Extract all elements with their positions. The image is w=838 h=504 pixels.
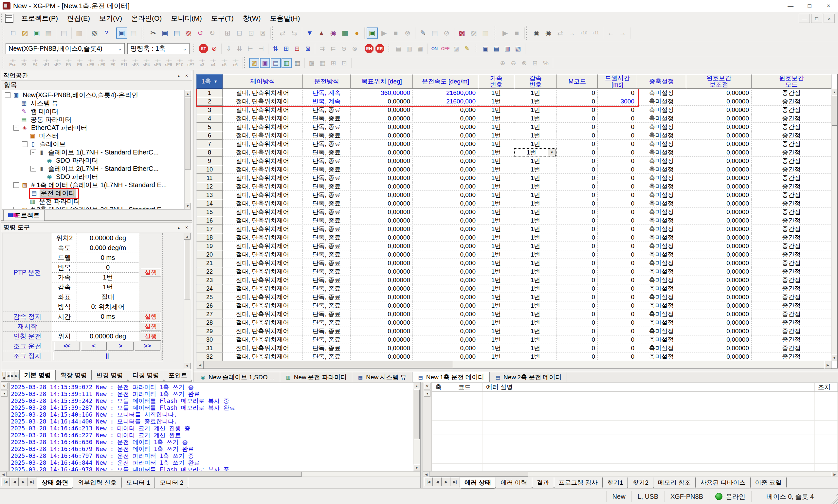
- grid-cell[interactable]: 절대, 단축위치제어: [222, 199, 303, 208]
- grid-cell[interactable]: 0: [557, 293, 598, 302]
- grid-cell[interactable]: 1번: [478, 225, 514, 233]
- grid-cell[interactable]: 축미설정: [637, 302, 686, 310]
- command-tab-4[interactable]: 포인트: [164, 370, 192, 381]
- grid-cell[interactable]: 0: [598, 302, 637, 310]
- grid-cell[interactable]: 0,000: [413, 106, 478, 114]
- grid-cell[interactable]: 중간점: [752, 216, 832, 225]
- menu-item-2[interactable]: 보기(V): [95, 12, 127, 24]
- execute-button[interactable]: 실행: [141, 322, 161, 331]
- grid-cell[interactable]: 0,00000: [686, 191, 752, 199]
- tree-expand-icon[interactable]: −: [14, 125, 19, 130]
- tree-expand-icon[interactable]: −: [22, 141, 28, 147]
- jog-button-3[interactable]: >>: [135, 342, 160, 350]
- grid-cell[interactable]: 축미설정: [637, 319, 686, 327]
- tree-item-axis2-data-folder[interactable]: −▧# 2축 데이터 (슬레이브 2(L7NH - Standard E...: [2, 205, 184, 210]
- grid-cell[interactable]: 절대, 단축위치제어: [222, 250, 303, 259]
- grid-cell[interactable]: 1번: [478, 199, 514, 208]
- grid-cell[interactable]: 0: [557, 233, 598, 242]
- read-from-module-icon[interactable]: ▲: [316, 28, 327, 39]
- paste-icon[interactable]: ▤: [171, 28, 182, 39]
- grid-cell[interactable]: 중간점: [752, 327, 832, 336]
- error-tab-2[interactable]: 결과: [532, 478, 554, 489]
- grid-cell[interactable]: 0: [598, 344, 637, 353]
- grid-cell[interactable]: 0,000: [413, 353, 478, 361]
- grid-cell[interactable]: 1번: [478, 131, 514, 140]
- error-tab-1[interactable]: 에러 이력: [496, 478, 532, 489]
- open-from-plc-icon[interactable]: ▣: [31, 28, 42, 39]
- grid-cell[interactable]: 0: [598, 157, 637, 165]
- row-header-cell[interactable]: 21: [196, 259, 222, 267]
- grid-cell[interactable]: 0: [557, 344, 598, 353]
- grid-cell[interactable]: 0: [598, 148, 637, 157]
- grid-cell[interactable]: 0: [557, 157, 598, 165]
- tab-scroll-last-icon[interactable]: ▶|: [28, 478, 36, 486]
- grid-cell[interactable]: 0,00000: [686, 97, 752, 106]
- grid-cell[interactable]: 축미설정: [637, 344, 686, 353]
- grid-cell[interactable]: 절대, 단축위치제어: [222, 259, 303, 267]
- grid-cell[interactable]: 축미설정: [637, 199, 686, 208]
- scroll-up-icon[interactable]: ▲: [832, 89, 837, 95]
- grid-cell[interactable]: 단독, 종료: [303, 216, 351, 225]
- project-combo[interactable]: New(XGF-PN8B,베이스0,슬롯4) ⌄: [5, 43, 125, 54]
- grid-cell[interactable]: 절대, 단축위치제어: [222, 89, 303, 97]
- menu-item-0[interactable]: 프로젝트(P): [17, 12, 63, 24]
- tree-item-slave-folder[interactable]: −▯슬레이브: [2, 140, 184, 148]
- grid-cell[interactable]: 0: [557, 199, 598, 208]
- grid-cell[interactable]: 단독, 계속: [303, 89, 351, 97]
- grid-cell[interactable]: 0: [557, 97, 598, 106]
- tree-item-master[interactable]: ▣마스터: [2, 132, 184, 140]
- jog-button-2[interactable]: >: [108, 342, 133, 350]
- grid-cell[interactable]: 1번: [514, 131, 557, 140]
- grid-cell[interactable]: 1번: [478, 233, 514, 242]
- column-header-5[interactable]: 감속 번호: [514, 74, 557, 89]
- tab-scroll-last-icon[interactable]: ▶|: [451, 478, 459, 486]
- debug-tool-icon[interactable]: ✎: [417, 28, 428, 39]
- tree-item-cam-data[interactable]: ✎캠 데이터: [2, 107, 184, 115]
- grid-cell[interactable]: 축미설정: [637, 225, 686, 233]
- grid-cell[interactable]: 축미설정: [637, 242, 686, 250]
- grid-cell[interactable]: 0: [557, 302, 598, 310]
- grid-cell[interactable]: 단독, 종료: [303, 242, 351, 250]
- grid-cell[interactable]: 절대, 단축위치제어: [222, 302, 303, 310]
- mdi-restore-button[interactable]: □: [811, 14, 822, 23]
- grid-cell[interactable]: 축미설정: [637, 114, 686, 123]
- grid-cell[interactable]: 0: [557, 259, 598, 267]
- grid-cell[interactable]: 축미설정: [637, 259, 686, 267]
- grid-cell[interactable]: 0,000: [413, 216, 478, 225]
- tree-item-operation-parameter[interactable]: ▥운전 파라미터: [2, 197, 184, 205]
- find-next-icon[interactable]: ◉: [543, 28, 554, 39]
- scroll-left-icon[interactable]: ◀: [196, 361, 203, 369]
- grid-cell[interactable]: 절대, 단축위치제어: [222, 174, 303, 182]
- grid-cell[interactable]: 0: [598, 259, 637, 267]
- prohibit-output-icon[interactable]: ⊘: [209, 43, 219, 54]
- tab-scroll-first-icon[interactable]: |◀: [1, 478, 10, 486]
- grid-cell[interactable]: 0: [598, 165, 637, 174]
- window-cascade-icon[interactable]: ▣: [481, 43, 491, 54]
- param-value-field[interactable]: 0 ms: [77, 253, 139, 263]
- grid-cell[interactable]: 단독, 종료: [303, 123, 351, 131]
- grid-cell[interactable]: 1번: [514, 208, 557, 216]
- grid-cell[interactable]: 절대, 단축위치제어: [222, 157, 303, 165]
- grid-cell[interactable]: 0,00000: [351, 191, 413, 199]
- grid-cell[interactable]: 1번: [514, 165, 557, 174]
- grid-cell[interactable]: 절대, 단축위치제어: [222, 336, 303, 344]
- document-tab-1[interactable]: ▥New.운전 파라미터: [280, 372, 353, 382]
- grid-cell[interactable]: 0: [598, 276, 637, 284]
- status-tab-2[interactable]: 모니터 1: [122, 478, 155, 489]
- grid-cell[interactable]: 0: [598, 319, 637, 327]
- grid-cell[interactable]: 단독, 종료: [303, 208, 351, 216]
- grid-cell[interactable]: 축미설정: [637, 140, 686, 148]
- grid-cell[interactable]: 절대, 단축위치제어: [222, 106, 303, 114]
- grid-cell[interactable]: 0,00000: [351, 319, 413, 327]
- tab-scroll-prev-icon[interactable]: ◀: [6, 372, 10, 380]
- axis-header-cell[interactable]: 1축▼: [196, 74, 222, 89]
- preset-position-icon[interactable]: ⊞: [281, 43, 291, 54]
- grid-cell[interactable]: 1번: [478, 353, 514, 361]
- row-header-cell[interactable]: 1: [196, 89, 222, 97]
- grid-cell[interactable]: 1번: [478, 123, 514, 131]
- grid-cell[interactable]: 0: [598, 327, 637, 336]
- document-tab-0[interactable]: ◉New.슬레이브 1,SDO ...: [195, 372, 280, 382]
- grid-cell[interactable]: 중간점: [752, 250, 832, 259]
- row-header-cell[interactable]: 10: [196, 165, 222, 174]
- grid-cell[interactable]: 중간점: [752, 157, 832, 165]
